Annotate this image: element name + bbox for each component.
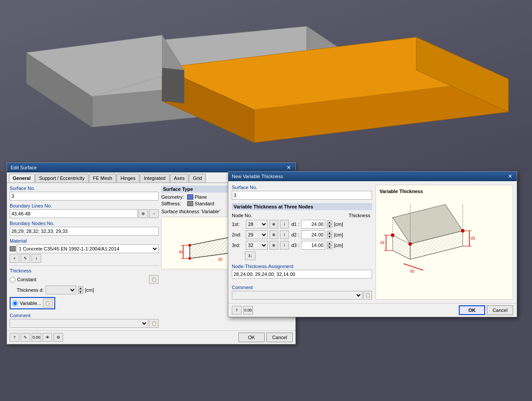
d1-unit: [cm]: [334, 222, 345, 227]
node-1-select[interactable]: 28: [246, 220, 268, 229]
node-3-label: 3rd:: [232, 243, 244, 248]
nvt-surface-no-label: Surface No.: [232, 185, 372, 190]
tab-hinges[interactable]: Hinges: [117, 174, 139, 183]
variable-radio[interactable]: [12, 301, 18, 306]
nvt-close-button[interactable]: ✕: [507, 173, 513, 179]
nvt-comment-select[interactable]: [232, 291, 362, 300]
material-label: Material: [10, 238, 159, 243]
thickness-label: Thickness: [10, 268, 159, 273]
tab-fe-mesh[interactable]: FE Mesh: [89, 174, 116, 183]
nvt-comment-group: Comment 📋: [232, 285, 372, 300]
footer-edit-btn[interactable]: ✎: [21, 333, 30, 342]
geometry-value: Plane: [195, 194, 207, 200]
material-info-btn[interactable]: i: [32, 254, 41, 263]
material-select[interactable]: 1 Concrete C35/45 EN 1992-1-1:2004/A1:20…: [17, 244, 159, 253]
boundary-lines-pick-btn[interactable]: ⊕: [138, 209, 148, 218]
d3-up-arrow[interactable]: ▲: [327, 241, 332, 245]
boundary-lines-group: Boundary Lines No. ⊕ →: [10, 203, 159, 218]
tab-general[interactable]: General: [9, 174, 35, 183]
nvt-cancel-button[interactable]: Cancel: [487, 305, 513, 315]
nvt-surface-no-input[interactable]: [232, 191, 372, 200]
thickness-d-row: Thickness d: ▲ ▼ [cm]: [10, 286, 159, 294]
nvt-comment-btn[interactable]: 📋: [363, 291, 372, 300]
svg-text:d2: d2: [410, 269, 415, 273]
d1-down-arrow[interactable]: ▼: [327, 224, 332, 228]
footer-settings-btn[interactable]: ⚙: [53, 333, 63, 342]
nvt-calc-btn[interactable]: 0.00: [243, 306, 253, 315]
tab-axes[interactable]: Axes: [170, 174, 188, 183]
add-node-row: 3↓: [245, 251, 372, 260]
node-1-pick-btn[interactable]: ⊕: [270, 220, 278, 229]
edit-surface-ok-button[interactable]: OK: [238, 333, 265, 342]
footer-icons: ? ✎ 0.00 👁 ⚙: [10, 333, 63, 342]
comment-btn[interactable]: 📋: [149, 319, 159, 328]
constant-label: Constant: [17, 277, 36, 282]
nvt-ok-button[interactable]: OK: [459, 305, 485, 315]
nvt-help-btn[interactable]: ?: [232, 306, 241, 315]
d2-input[interactable]: [301, 230, 325, 239]
surface-no-label: Surface No.: [10, 186, 159, 191]
tab-integrated[interactable]: Integrated: [140, 174, 170, 183]
add-node-btn[interactable]: 3↓: [245, 251, 255, 260]
constant-radio[interactable]: [10, 277, 15, 283]
node-row-1: 1st: 28 ⊕ i d1 : ▲ ▼ [cm]: [232, 220, 372, 229]
d2-up-arrow[interactable]: ▲: [327, 231, 332, 235]
d2-spin-arrows: ▲ ▼: [327, 231, 332, 239]
nvt-footer-right: OK Cancel: [459, 305, 513, 315]
nvt-content: Surface No. Variable Thickness at Three …: [228, 181, 517, 303]
material-add-btn[interactable]: +: [10, 254, 19, 263]
tab-grid[interactable]: Grid: [189, 174, 206, 183]
nvt-footer-left: ? 0.00: [232, 306, 253, 315]
material-edit-btn[interactable]: ✎: [21, 254, 30, 263]
boundary-lines-edit-btn[interactable]: →: [149, 209, 159, 218]
material-color-box: [10, 246, 16, 251]
node-1-info-btn[interactable]: i: [280, 220, 289, 229]
geometry-color-box: [187, 194, 193, 200]
svg-point-24: [188, 257, 191, 260]
assignment-input[interactable]: [232, 270, 372, 279]
footer-help-btn[interactable]: ?: [10, 333, 19, 342]
nvt-footer: ? 0.00 OK Cancel: [228, 303, 517, 317]
comment-select[interactable]: [10, 319, 148, 328]
variable-edit-btn[interactable]: 📋: [43, 299, 53, 308]
d2-down-arrow[interactable]: ▼: [327, 235, 332, 239]
d1-label: d1 :: [291, 222, 299, 227]
surface-no-group: Surface No.: [10, 186, 159, 200]
surface-no-input[interactable]: [10, 192, 159, 200]
d2-label: d2 :: [291, 232, 299, 237]
tab-support-eccentricity[interactable]: Support / Eccentricity: [35, 174, 89, 183]
variable-radio-row: Variable... 📋: [10, 297, 55, 309]
d3-down-arrow[interactable]: ▼: [327, 245, 332, 249]
d1-input[interactable]: [301, 220, 325, 229]
thickness-section: Thickness Constant 📋 Thickness d: ▲ ▼: [10, 268, 159, 309]
node-3-pick-btn[interactable]: ⊕: [270, 241, 278, 250]
node-2-pick-btn[interactable]: ⊕: [270, 230, 278, 239]
thickness-icon-btn[interactable]: 📋: [149, 275, 159, 284]
nvt-comment-label: Comment: [232, 285, 372, 290]
node-3-select[interactable]: 32: [246, 241, 268, 250]
nvt-comment-row: 📋: [232, 291, 372, 300]
node-3-info-btn[interactable]: i: [280, 241, 289, 250]
nvt-title: New Variable Thickness: [232, 174, 283, 179]
node-2-info-btn[interactable]: i: [280, 230, 289, 239]
d3-input[interactable]: [301, 241, 325, 250]
edit-surface-cancel-button[interactable]: Cancel: [266, 333, 293, 342]
node-2-select[interactable]: 29: [246, 230, 268, 239]
footer-calc-btn[interactable]: 0.00: [32, 333, 41, 342]
edit-surface-close-button[interactable]: ✕: [286, 165, 292, 171]
footer-view-btn[interactable]: 👁: [43, 333, 52, 342]
d1-up-arrow[interactable]: ▲: [327, 220, 332, 224]
nvt-diagram: Variable Thickness: [376, 185, 513, 299]
node-thickness-header: Node No. Thickness: [232, 213, 372, 218]
thickness-up-arrow[interactable]: ▲: [78, 286, 83, 290]
thickness-down-arrow[interactable]: ▼: [78, 290, 83, 294]
comment-row: 📋: [10, 319, 159, 328]
d2-unit: [cm]: [334, 232, 345, 237]
new-var-thickness-dialog: New Variable Thickness ✕ Surface No. Var…: [228, 171, 517, 317]
thickness-d-select[interactable]: [46, 286, 76, 294]
boundary-lines-input[interactable]: [10, 209, 138, 218]
thickness-d-label: Thickness d:: [17, 287, 44, 293]
separator-1: [10, 265, 159, 266]
boundary-nodes-input[interactable]: [10, 227, 159, 236]
svg-text:d2: d2: [218, 257, 223, 261]
